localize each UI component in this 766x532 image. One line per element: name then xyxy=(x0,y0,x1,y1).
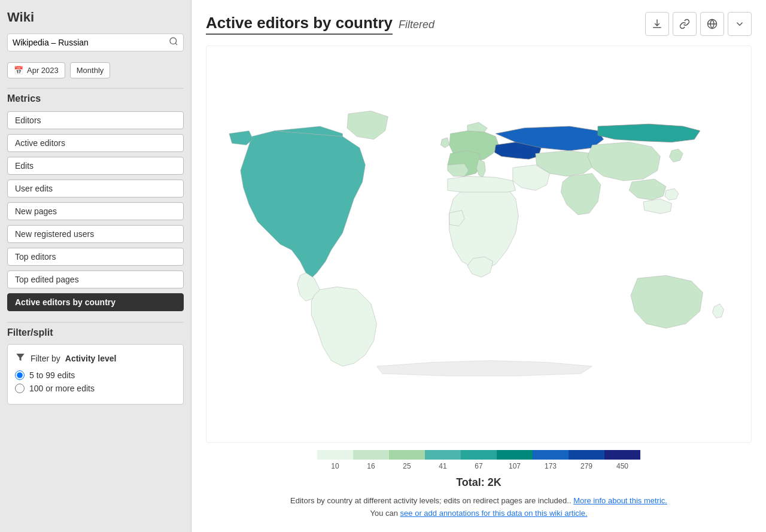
legend-segment-5 xyxy=(497,450,533,460)
metric-btn-active-editors-by-country[interactable]: Active editors by country xyxy=(7,293,184,311)
more-info-link[interactable]: More info about this metric. xyxy=(573,496,667,505)
filter-option-100ormore: 100 or more edits xyxy=(15,384,176,393)
filter-icon xyxy=(15,352,26,364)
sidebar: Wiki 📅 Apr 2023 Monthly Metrics EditorsA… xyxy=(0,0,192,532)
legend-segment-6 xyxy=(533,450,569,460)
download-button[interactable] xyxy=(645,12,669,36)
legend-segment-8 xyxy=(604,450,640,460)
annotation-link[interactable]: see or add annotations for this data on … xyxy=(400,509,588,518)
metric-btn-editors[interactable]: Editors xyxy=(7,111,184,129)
radio-100ormore[interactable] xyxy=(15,384,25,393)
search-icon xyxy=(169,37,178,48)
toolbar xyxy=(645,12,752,36)
radio-5to99[interactable] xyxy=(15,370,25,380)
date-label: Apr 2023 xyxy=(27,66,59,75)
metric-btn-new-registered-users[interactable]: New registered users xyxy=(7,225,184,243)
legend-segment-4 xyxy=(461,450,497,460)
metric-btn-user-edits[interactable]: User edits xyxy=(7,180,184,197)
link-button[interactable] xyxy=(673,12,697,36)
total-text: Total: 2K xyxy=(206,476,752,489)
activity-level-label: Activity level xyxy=(65,354,117,363)
legend-segment-1 xyxy=(353,450,389,460)
metric-btn-new-pages[interactable]: New pages xyxy=(7,202,184,220)
metrics-list: EditorsActive editorsEditsUser editsNew … xyxy=(7,110,184,312)
metric-btn-top-edited-pages[interactable]: Top edited pages xyxy=(7,270,184,288)
filter-by-label: Filter by xyxy=(31,354,60,363)
filter-option-5to99: 5 to 99 edits xyxy=(15,370,176,380)
calendar-icon: 📅 xyxy=(14,66,23,75)
legend-value-2: 25 xyxy=(389,462,425,470)
legend-value-7: 279 xyxy=(569,462,604,470)
legend-segment-7 xyxy=(569,450,604,460)
legend-value-8: 450 xyxy=(604,462,640,470)
annotation-prefix: You can xyxy=(370,509,398,518)
period-button[interactable]: Monthly xyxy=(70,62,111,78)
legend-segment-2 xyxy=(389,450,425,460)
filter-options: 5 to 99 edits100 or more edits xyxy=(15,370,176,393)
legend-segment-0 xyxy=(317,450,353,460)
wiki-title: Wiki xyxy=(7,10,184,25)
legend-value-0: 10 xyxy=(317,462,353,470)
svg-point-0 xyxy=(170,38,177,44)
dropdown-button[interactable] xyxy=(728,12,752,36)
page-header: Active editors by country Filtered xyxy=(206,12,752,36)
svg-line-1 xyxy=(175,43,177,45)
world-map xyxy=(206,46,751,442)
legend-value-6: 173 xyxy=(533,462,569,470)
metric-btn-top-editors[interactable]: Top editors xyxy=(7,248,184,266)
legend-labels: 1016254167107173279450 xyxy=(317,462,640,470)
metrics-label: Metrics xyxy=(7,88,184,104)
map-container xyxy=(206,45,752,443)
metric-btn-edits[interactable]: Edits xyxy=(7,157,184,175)
search-input[interactable] xyxy=(13,38,169,47)
footnote: Editors by country at different activity… xyxy=(206,495,752,520)
legend-value-3: 41 xyxy=(425,462,461,470)
radio-label-5to99: 5 to 99 edits xyxy=(29,370,75,380)
legend-value-5: 107 xyxy=(497,462,533,470)
search-box[interactable] xyxy=(7,34,184,51)
main-content: Active editors by country Filtered xyxy=(192,0,766,532)
filter-box: Filter by Activity level 5 to 99 edits10… xyxy=(7,344,184,405)
legend-value-1: 16 xyxy=(353,462,389,470)
metric-btn-active-editors[interactable]: Active editors xyxy=(7,134,184,152)
footnote-text: Editors by country at different activity… xyxy=(290,496,571,505)
page-title: Active editors by country xyxy=(206,14,393,35)
filter-split-label: Filter/split xyxy=(7,322,184,338)
globe-button[interactable] xyxy=(700,12,724,36)
legend-value-4: 67 xyxy=(461,462,497,470)
radio-label-100ormore: 100 or more edits xyxy=(29,384,95,393)
date-button[interactable]: 📅 Apr 2023 xyxy=(7,62,65,78)
filtered-badge: Filtered xyxy=(399,19,434,31)
period-label: Monthly xyxy=(77,66,104,75)
legend-segment-3 xyxy=(425,450,461,460)
legend-area: 1016254167107173279450 xyxy=(206,450,752,470)
legend-bar xyxy=(317,450,640,460)
